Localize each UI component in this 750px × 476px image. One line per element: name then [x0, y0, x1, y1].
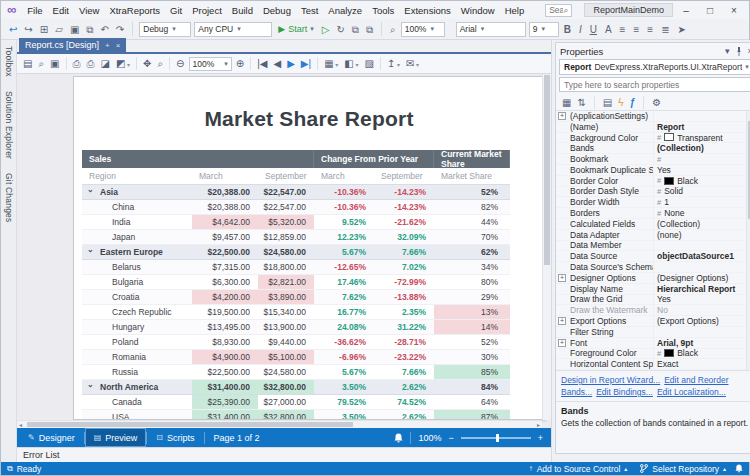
italic-icon[interactable]: I	[577, 21, 584, 38]
menu-item-analyze[interactable]: Analyze	[323, 4, 367, 17]
table-row[interactable]: Japan$9,457.00$12,859.0012.23%32.09%70%	[82, 230, 510, 245]
property-value[interactable]: #Black	[653, 349, 746, 359]
property-value[interactable]	[653, 327, 746, 337]
table-row[interactable]: Canada$25,390.00$27,000.0079.52%74.52%64…	[82, 395, 510, 410]
events-icon[interactable]: ϟ	[618, 97, 623, 108]
property-row[interactable]: Bookmark#	[556, 154, 746, 165]
table-row[interactable]: Romania$4,900.00$5,100.00-6.96%-23.22%30…	[82, 350, 510, 365]
property-row[interactable]: Data Source's Schema	[556, 262, 746, 273]
undo-icon[interactable]: ↶	[98, 21, 110, 38]
hand-tool-icon[interactable]: ✥	[141, 58, 153, 69]
select-repository-button[interactable]: Select Repository ▴	[636, 464, 730, 474]
property-value[interactable]: objectDataSource1	[653, 251, 746, 261]
expand-icon[interactable]: +	[558, 274, 566, 282]
property-value[interactable]: Yes	[653, 295, 746, 305]
property-value[interactable]: (Export Options)	[653, 316, 746, 326]
properties-search[interactable]	[559, 77, 750, 92]
multipage-icon[interactable]: ▦ ▾	[322, 58, 340, 69]
font-family-combo[interactable]: Arial▾	[456, 22, 526, 37]
chevron-down-icon[interactable]: ⌄	[87, 185, 94, 194]
scroll-left-icon[interactable]: ◂	[19, 421, 22, 428]
navigate-forward-icon[interactable]: ↪	[22, 21, 34, 38]
format-painter-icon[interactable]: ➤	[676, 21, 688, 38]
property-value[interactable]: (Designer Options)	[653, 273, 746, 283]
pin-icon[interactable]: +	[105, 41, 110, 50]
property-row[interactable]: Bookmark Duplicate SupYes	[556, 165, 746, 176]
run-no-debug-icon[interactable]: ▷	[320, 21, 332, 38]
alphabetical-icon[interactable]: ⇅	[577, 97, 585, 108]
menu-item-test[interactable]: Test	[296, 4, 323, 17]
window-menu-icon[interactable]: ▾	[725, 46, 730, 56]
justify-icon[interactable]: ≣	[659, 21, 671, 38]
table-row[interactable]: India$4,642.00$5,320.009.52%-21.62%44%	[82, 215, 510, 230]
menu-item-edit[interactable]: Edit	[48, 4, 74, 17]
property-value[interactable]: (Collection)	[653, 219, 746, 229]
property-row[interactable]: Filter String	[556, 327, 746, 338]
redo-icon[interactable]: ↷	[114, 21, 126, 38]
export-icon[interactable]: ↥ ▾	[385, 58, 402, 69]
table-row[interactable]: ⌄Asia$20,388.00$22,547.00-10.36%-14.23%5…	[82, 185, 510, 200]
font-size-combo[interactable]: 9▾	[529, 22, 559, 37]
table-row[interactable]: Bulgaria$6,300.00$2,821.0017.46%-72.99%8…	[82, 275, 510, 290]
property-row[interactable]: +Designer Options(Designer Options)	[556, 273, 746, 284]
prev-page-icon[interactable]: ◀	[271, 58, 283, 69]
zoom-in-icon[interactable]: +	[538, 433, 543, 443]
property-value[interactable]: #Solid	[653, 187, 746, 197]
email-icon[interactable]: ✉ ▾	[404, 58, 421, 69]
table-row[interactable]: Hungary$13,495.00$13,900.0024.08%31.22%1…	[82, 320, 510, 335]
chevron-down-icon[interactable]: ⌄	[87, 380, 94, 389]
zoom-slider[interactable]	[461, 437, 531, 439]
property-value[interactable]	[653, 241, 746, 251]
zoom-icon[interactable]: ⌕	[388, 21, 398, 38]
search-input[interactable]	[549, 5, 563, 15]
property-value[interactable]: Yes	[653, 165, 746, 175]
property-row[interactable]: Border Dash Style#Solid	[556, 187, 746, 198]
save-icon[interactable]: ▣	[48, 58, 61, 69]
property-row[interactable]: Background Color#Transparent	[556, 133, 746, 144]
tab-preview[interactable]: ▤Preview	[85, 428, 147, 447]
debug-target-combo[interactable]: Debug▾	[139, 22, 191, 37]
table-row[interactable]: ⌄North America$31,400.00$32,800.003.50%2…	[82, 380, 510, 395]
expressions-icon[interactable]: ƒ	[630, 97, 636, 108]
chevron-down-icon[interactable]: ⌄	[87, 245, 94, 254]
underline-icon[interactable]: U	[588, 21, 599, 38]
table-row[interactable]: China$20,388.00$22,547.00-10.36%-14.23%8…	[82, 200, 510, 215]
expand-icon[interactable]: +	[558, 317, 566, 325]
quick-search[interactable]: ⌕	[545, 4, 572, 17]
menu-item-help[interactable]: Help	[500, 4, 530, 17]
minimize-button[interactable]: –	[675, 4, 697, 17]
watermark-icon[interactable]: ▨	[362, 58, 375, 69]
add-to-source-control-button[interactable]: ↑ Add to Source Control ▴	[525, 464, 632, 474]
table-row[interactable]: Czech Republic$19,500.00$15,340.0016.77%…	[82, 305, 510, 320]
property-value[interactable]: No	[653, 305, 746, 315]
magnifier-icon[interactable]: ⌕	[156, 58, 166, 70]
property-row[interactable]: Data SourceobjectDataSource1	[556, 251, 746, 262]
preview-device-icon[interactable]: ⧉	[350, 21, 361, 38]
property-row[interactable]: +FontArial, 9pt	[556, 338, 746, 349]
property-value[interactable]: #Transparent	[653, 133, 746, 143]
close-icon[interactable]: ×	[116, 41, 121, 50]
close-button[interactable]: ×	[723, 4, 745, 17]
properties-search-input[interactable]	[564, 80, 749, 90]
hot-reload-icon[interactable]: ↻	[334, 21, 346, 38]
bell-icon[interactable]	[735, 464, 743, 473]
expand-icon[interactable]: +	[558, 112, 566, 120]
table-row[interactable]: ⌄Eastern Europe$22,500.00$24,580.005.67%…	[82, 245, 510, 260]
property-row[interactable]: Bands(Collection)	[556, 143, 746, 154]
platform-combo[interactable]: Any CPU▾	[194, 22, 272, 37]
navigate-back-icon[interactable]: ↩	[7, 21, 19, 38]
property-row[interactable]: Border Color#Black	[556, 176, 746, 187]
zoom-out-icon[interactable]: −	[448, 433, 453, 443]
property-link[interactable]: Design in Report Wizard...	[561, 375, 660, 385]
solution-name[interactable]: ReportMainDemo	[584, 3, 673, 17]
property-link[interactable]: Edit Localization...	[657, 387, 726, 397]
settings-icon[interactable]: ⚙	[652, 97, 661, 108]
align-center-icon[interactable]: ≡	[631, 21, 641, 38]
property-link[interactable]: Edit Bindings...	[596, 387, 653, 397]
tab-scripts[interactable]: ⊡Scripts	[147, 428, 203, 447]
new-project-icon[interactable]: ⊞	[38, 21, 50, 38]
property-value[interactable]: #	[653, 154, 746, 164]
property-row[interactable]: (Name)Report	[556, 122, 746, 133]
property-value[interactable]: Arial, 9pt	[653, 338, 746, 348]
property-value[interactable]	[653, 111, 746, 121]
